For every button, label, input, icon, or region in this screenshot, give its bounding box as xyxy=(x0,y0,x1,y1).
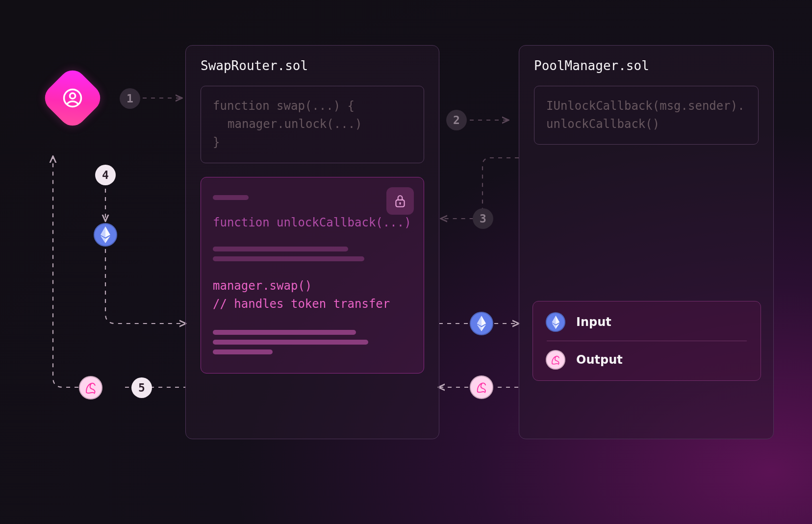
lock-icon xyxy=(386,187,414,215)
panel-title: SwapRouter.sol xyxy=(201,58,424,73)
uniswap-icon xyxy=(79,376,102,399)
step-badge-1: 1 xyxy=(120,88,140,109)
connector-eth-in xyxy=(105,249,185,324)
io-output-label: Output xyxy=(576,353,623,367)
code-skeleton xyxy=(213,349,273,354)
code-line: IUnlockCallback(msg.sender). xyxy=(546,97,746,115)
unlock-callback-call-codebox: IUnlockCallback(msg.sender). unlockCallb… xyxy=(534,86,759,145)
io-card: Input Output xyxy=(533,301,761,381)
step-badge-2: 2 xyxy=(446,110,467,130)
io-input-label: Input xyxy=(576,315,611,329)
ethereum-icon xyxy=(94,223,117,247)
step-badge-3: 3 xyxy=(473,208,493,229)
io-divider xyxy=(547,341,747,341)
swap-fn-codebox: function swap(...) { manager.unlock(...)… xyxy=(201,86,424,163)
code-skeleton xyxy=(213,195,249,200)
code-line: } xyxy=(213,133,412,151)
io-input-row: Input xyxy=(546,312,748,332)
ethereum-icon xyxy=(470,312,493,335)
ethereum-icon xyxy=(546,312,565,332)
panel-title: PoolManager.sol xyxy=(534,58,759,73)
code-line: function swap(...) { xyxy=(213,97,412,115)
unlock-callback-box: function unlockCallback(...) manager.swa… xyxy=(201,177,424,374)
io-output-row: Output xyxy=(546,350,748,370)
code-line: manager.unlock(...) xyxy=(213,115,412,133)
user-icon xyxy=(62,88,83,108)
code-line: function unlockCallback(...) xyxy=(213,214,412,232)
code-skeleton xyxy=(213,330,356,335)
code-line: // handles token transfer xyxy=(213,295,412,313)
code-skeleton xyxy=(213,256,364,261)
code-skeleton xyxy=(213,340,368,345)
uniswap-icon xyxy=(470,375,493,399)
step-badge-4: 4 xyxy=(95,165,116,185)
code-line: unlockCallback() xyxy=(546,115,746,133)
svg-point-1 xyxy=(70,93,75,99)
swap-router-panel: SwapRouter.sol function swap(...) { mana… xyxy=(185,45,439,439)
user-node xyxy=(49,75,96,122)
code-skeleton xyxy=(213,247,348,251)
code-line: manager.swap() xyxy=(213,277,412,295)
step-badge-5: 5 xyxy=(131,377,152,398)
uniswap-icon xyxy=(546,350,565,370)
connector-uni-to-user xyxy=(53,157,78,387)
